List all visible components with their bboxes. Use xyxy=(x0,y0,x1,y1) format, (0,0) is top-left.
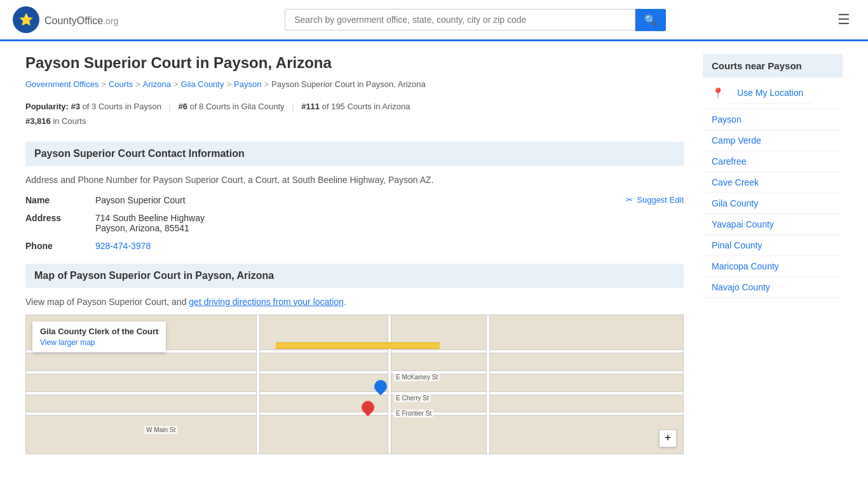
map-desc-suffix: . xyxy=(344,297,346,307)
popularity-rank2: #6 xyxy=(179,102,187,111)
sidebar-link-cave-creek[interactable]: Cave Creek xyxy=(703,172,843,193)
map-section-header: Map of Payson Superior Court in Payson, … xyxy=(25,264,684,288)
search-button[interactable]: 🔍 xyxy=(635,9,666,31)
breadcrumb-current: Payson Superior Court in Payson, Arizona xyxy=(271,79,426,89)
content-area: Payson Superior Court in Payson, Arizona… xyxy=(25,54,684,454)
popularity-rank1: #3 xyxy=(71,102,80,111)
sidebar-link-navajo-county[interactable]: Navajo County xyxy=(703,277,843,298)
sidebar-item-cave-creek: Cave Creek xyxy=(703,172,843,193)
map-container: E McKamey St E Cherry St E Frontier St W… xyxy=(25,315,684,454)
logo-text: CountyOffice.org xyxy=(44,13,118,27)
suggest-edit-link[interactable]: ✂ Suggest Edit xyxy=(626,195,684,205)
location-pin-icon: 📍 xyxy=(712,87,724,99)
search-input[interactable] xyxy=(285,9,635,30)
sidebar-link-camp-verde[interactable]: Camp Verde xyxy=(703,130,843,151)
name-label: Name xyxy=(25,195,95,205)
name-value: Payson Superior Court xyxy=(95,195,626,205)
menu-icon: ☰ xyxy=(837,11,850,27)
sidebar-item-gila-county: Gila County xyxy=(703,193,843,214)
sidebar-item-camp-verde: Camp Verde xyxy=(703,130,843,151)
logo-suffix: .org xyxy=(103,16,118,26)
driving-directions-link[interactable]: get driving directions from your locatio… xyxy=(189,297,344,307)
main-container: Payson Superior Court in Payson, Arizona… xyxy=(0,41,868,467)
map-description: View map of Payson Superior Court, and g… xyxy=(25,297,684,307)
pop-divider-2: | xyxy=(292,102,294,111)
sidebar-item-yavapai-county: Yavapai County xyxy=(703,214,843,235)
breadcrumb-sep-5: > xyxy=(264,79,269,89)
map-road-v2 xyxy=(388,315,391,454)
address-label: Address xyxy=(25,213,95,223)
sidebar-item-navajo-county: Navajo County xyxy=(703,277,843,298)
sidebar-item-payson: Payson xyxy=(703,109,843,130)
map-pin-blue xyxy=(374,380,387,398)
sidebar-link-pinal-county[interactable]: Pinal County xyxy=(703,235,843,256)
popularity-rank3-desc: of 195 Courts in Arizona xyxy=(322,102,410,111)
breadcrumb-gila-county[interactable]: Gila County xyxy=(181,79,224,89)
phone-row: Phone 928-474-3978 xyxy=(25,241,684,251)
view-larger-map-link[interactable]: View larger map xyxy=(40,338,95,347)
popularity-rank1-desc: of 3 Courts in Payson xyxy=(83,102,161,111)
map-desc-prefix: View map of Payson Superior Court, and xyxy=(25,297,189,307)
use-location-link[interactable]: Use My Location xyxy=(728,83,812,104)
map-overlay-title: Gila County Clerk of the Court xyxy=(40,327,158,336)
map-road-v3 xyxy=(486,315,490,454)
sidebar-link-payson[interactable]: Payson xyxy=(703,109,843,130)
menu-button[interactable]: ☰ xyxy=(832,9,855,30)
map-road-main xyxy=(276,342,440,349)
sidebar-item-maricopa-county: Maricopa County xyxy=(703,256,843,277)
name-row: Name Payson Superior Court ✂ Suggest Edi… xyxy=(25,195,684,205)
logo-icon: ⭐ xyxy=(13,6,39,33)
sidebar-link-carefree[interactable]: Carefree xyxy=(703,151,843,172)
sidebar-link-yavapai-county[interactable]: Yavapai County xyxy=(703,214,843,235)
phone-value: 928-474-3978 xyxy=(95,241,684,251)
suggest-edit-icon: ✂ xyxy=(626,195,633,205)
breadcrumb-payson[interactable]: Payson xyxy=(234,79,261,89)
sidebar: Courts near Payson 📍 Use My Location Pay… xyxy=(703,54,843,454)
address-line1: 714 South Beeline Highway xyxy=(95,213,684,223)
sidebar-use-location: 📍 Use My Location xyxy=(703,78,843,109)
breadcrumb-courts[interactable]: Courts xyxy=(109,79,133,89)
page-title: Payson Superior Court in Payson, Arizona xyxy=(25,54,684,72)
sidebar-list: 📍 Use My Location Payson Camp Verde Care… xyxy=(703,78,843,298)
contact-description: Address and Phone Number for Payson Supe… xyxy=(25,175,684,185)
breadcrumb-sep-1: > xyxy=(101,79,106,89)
sidebar-item-pinal-county: Pinal County xyxy=(703,235,843,256)
phone-link[interactable]: 928-474-3978 xyxy=(95,241,151,251)
map-pin-red xyxy=(362,401,374,419)
sidebar-link-gila-county[interactable]: Gila County xyxy=(703,193,843,214)
map-road-h3 xyxy=(26,412,683,416)
logo-main: CountyOffice xyxy=(44,15,103,26)
address-line2: Payson, Arizona, 85541 xyxy=(95,223,684,233)
map-label-frontier: E Frontier St xyxy=(394,409,433,417)
sidebar-link-maricopa-county[interactable]: Maricopa County xyxy=(703,256,843,277)
search-area: 🔍 xyxy=(285,9,666,31)
map-road-v1 xyxy=(256,315,260,454)
popularity-label: Popularity: xyxy=(25,102,69,111)
contact-section: Payson Superior Court Contact Informatio… xyxy=(25,142,684,251)
map-road-h1 xyxy=(26,370,683,374)
breadcrumb-sep-4: > xyxy=(226,79,231,89)
popularity-rank4: #3,816 xyxy=(25,116,51,126)
map-section: Map of Payson Superior Court in Payson, … xyxy=(25,264,684,454)
popularity-rank2-desc: of 8 Courts in Gila County xyxy=(190,102,285,111)
header-right: ☰ xyxy=(832,9,855,30)
map-label-main: W Main St xyxy=(144,426,177,434)
suggest-edit-label: Suggest Edit xyxy=(637,195,684,205)
breadcrumb-sep-2: > xyxy=(135,79,140,89)
address-row: Address 714 South Beeline Highway Payson… xyxy=(25,213,684,233)
breadcrumb: Government Offices > Courts > Arizona > … xyxy=(25,79,684,89)
map-label-cherry: E Cherry St xyxy=(394,394,431,402)
breadcrumb-government-offices[interactable]: Government Offices xyxy=(25,79,98,89)
phone-label: Phone xyxy=(25,241,95,251)
popularity-rank3: #111 xyxy=(301,102,320,111)
sidebar-title: Courts near Payson xyxy=(703,54,843,78)
search-icon: 🔍 xyxy=(644,15,657,25)
breadcrumb-arizona[interactable]: Arizona xyxy=(143,79,171,89)
popularity-section: Popularity: #3 of 3 Courts in Payson | #… xyxy=(25,99,684,129)
map-zoom-plus-button[interactable]: + xyxy=(659,430,677,447)
header: ⭐ CountyOffice.org 🔍 ☰ xyxy=(0,0,868,41)
popularity-rank4-desc: in Courts xyxy=(53,116,86,126)
map-label-mckamey: E McKamey St xyxy=(394,373,440,381)
map-road-h2 xyxy=(26,391,683,395)
sidebar-item-carefree: Carefree xyxy=(703,151,843,172)
